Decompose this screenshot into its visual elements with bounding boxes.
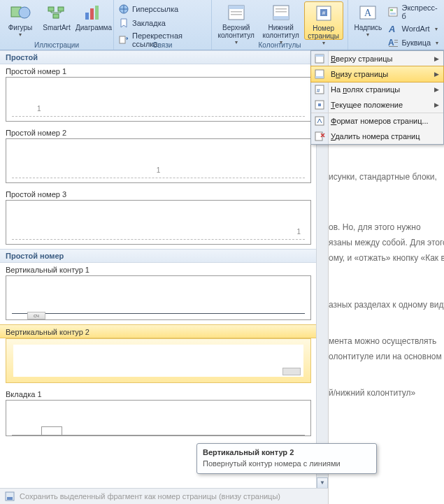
pagenumber-label: Номер страницы (305, 24, 343, 40)
gallery-item[interactable]: Вкладка 1 (0, 387, 317, 436)
svg-text:A: A (388, 24, 395, 34)
svg-rect-11 (229, 6, 244, 9)
doc-line: ому, и «отжать» кнопку «Как в (329, 250, 444, 266)
bookmark-label: Закладка (132, 19, 166, 27)
wordart-icon: A (387, 23, 399, 34)
gallery-item[interactable]: Вертикальный контур 1 сч (0, 263, 317, 320)
dropcap-icon: A (387, 37, 399, 48)
smartart-label: SmartArt (39, 24, 74, 31)
svg-rect-13 (231, 14, 242, 15)
gallery-item-preview: сч (6, 275, 311, 320)
gallery-item-label: Простой номер 1 (0, 64, 317, 77)
svg-rect-5 (85, 13, 89, 20)
menu-page-margins[interactable]: # На полях страницы ▶ (311, 82, 443, 97)
group-illustrations: Фигуры ▾ SmartArt Диаграмма Иллюстрации (0, 0, 114, 50)
menu-format-pagenumbers[interactable]: Формат номеров страниц... (311, 113, 443, 129)
footer-button[interactable]: Нижний колонтитул ▾ (259, 1, 303, 40)
pagenumber-button[interactable]: # Номер страницы ▾ (304, 1, 343, 40)
svg-point-1 (19, 7, 30, 18)
doc-line: й/нижний колонтитул» (329, 385, 444, 401)
pagenumber-menu: Вверху страницы ▶ Внизу страницы ▶ # На … (310, 50, 444, 145)
save-selection-icon (4, 491, 15, 502)
textbox-button[interactable]: A Надпись ▾ (351, 1, 385, 40)
hyperlink-label: Гиперссылка (132, 5, 178, 13)
page-margins-icon: # (314, 84, 325, 95)
gallery-item-selected[interactable]: Вертикальный контур 2 (0, 324, 317, 383)
gallery-item[interactable]: Простой номер 1 1 (0, 64, 317, 122)
hyperlink-icon (118, 3, 129, 15)
scroll-down-button[interactable]: ▼ (317, 477, 328, 489)
menu-top-of-page[interactable]: Вверху страницы ▶ (311, 51, 443, 66)
svg-rect-42 (7, 497, 13, 500)
gallery-footer-label: Сохранить выделенный фрагмент как номер … (20, 492, 280, 501)
gallery-item-label: Вертикальный контур 2 (0, 324, 317, 338)
svg-rect-32 (315, 55, 324, 57)
menu-bottom-label: Внизу страницы (331, 70, 388, 78)
gallery-tooltip: Вертикальный контур 2 Повернутый контур … (196, 443, 377, 474)
menu-remove-pagenumbers[interactable]: Удалить номера страниц (311, 129, 443, 144)
gallery-item-preview (6, 338, 311, 383)
bookmark-button[interactable]: Закладка (117, 17, 208, 29)
gallery-section-simple: Простой (0, 50, 317, 64)
menu-current-label: Текущее положение (331, 101, 403, 109)
menu-bottom-of-page[interactable]: Внизу страницы ▶ (310, 66, 444, 82)
svg-rect-15 (273, 16, 289, 20)
pagenumber-gallery: Простой Простой номер 1 1 Простой номер … (0, 50, 329, 504)
menu-top-label: Вверху страницы (331, 55, 392, 63)
svg-rect-4 (53, 14, 59, 18)
footer-icon (270, 3, 292, 22)
svg-text:A: A (388, 38, 394, 48)
quickparts-button[interactable]: Экспресс-б (386, 3, 441, 21)
gallery-item-preview (6, 400, 311, 436)
group-headerfooter: Верхний колонтитул ▾ Нижний колонтитул ▾… (212, 0, 349, 50)
chart-icon (82, 3, 104, 22)
svg-text:A: A (364, 8, 372, 18)
smartart-icon (45, 3, 68, 22)
gallery-item[interactable]: Простой номер 2 1 (0, 126, 317, 183)
footer-label: Нижний колонтитул (259, 24, 303, 39)
smartart-button[interactable]: SmartArt (39, 1, 74, 40)
tooltip-title: Вертикальный контур 2 (203, 448, 371, 456)
doc-line: язаны между собой. Для этого (329, 235, 444, 250)
svg-rect-3 (58, 7, 64, 11)
svg-rect-12 (231, 11, 242, 13)
doc-line: ов. Но, для этого нужно (329, 219, 444, 235)
svg-rect-39 (315, 117, 324, 125)
quickparts-icon (387, 6, 399, 17)
doc-line: исунки, стандартные блоки, (329, 169, 444, 185)
page-top-icon (314, 53, 325, 64)
gallery-item[interactable]: Простой номер 3 1 (0, 187, 317, 245)
menu-margins-label: На полях страницы (331, 85, 400, 94)
gallery-body: Простой Простой номер 1 1 Простой номер … (0, 50, 317, 489)
menu-current-position[interactable]: Текущее положение ▶ (311, 97, 443, 113)
current-position-icon (314, 99, 325, 110)
gallery-item-preview: 1 (6, 200, 311, 245)
chart-label: Диаграмма (76, 24, 110, 31)
textbox-icon: A (357, 3, 379, 22)
gallery-item-label: Простой номер 3 (0, 187, 317, 200)
svg-rect-25 (390, 13, 396, 15)
gallery-item-preview: 1 (6, 138, 311, 183)
svg-text:#: # (317, 87, 320, 94)
chevron-right-icon: ▶ (434, 71, 439, 78)
shapes-button[interactable]: Фигуры ▾ (3, 1, 38, 40)
wordart-button[interactable]: A WordArt▾ (386, 22, 441, 35)
group-links: Гиперссылка Закладка Перекрестная ссылка… (114, 0, 212, 50)
gallery-section-simple-number: Простой номер (0, 249, 317, 263)
quickparts-label: Экспресс-б (401, 3, 440, 20)
header-icon (225, 3, 248, 22)
chart-button[interactable]: Диаграмма (76, 1, 110, 40)
svg-rect-17 (275, 11, 287, 13)
gallery-footer: Сохранить выделенный фрагмент как номер … (0, 488, 328, 504)
dropcap-label: Буквица (401, 38, 431, 47)
svg-rect-24 (390, 9, 393, 11)
hyperlink-button[interactable]: Гиперссылка (117, 3, 208, 15)
ribbon: Фигуры ▾ SmartArt Диаграмма Иллюстрации (0, 0, 444, 50)
header-button[interactable]: Верхний колонтитул ▾ (215, 1, 258, 40)
doc-line: мента можно осуществлять (329, 333, 444, 349)
tooltip-description: Повернутый контур номера с линиями (203, 459, 371, 468)
shapes-icon (9, 3, 31, 22)
svg-rect-29 (394, 42, 398, 43)
dropcap-button[interactable]: A Буквица▾ (386, 36, 441, 49)
header-label: Верхний колонтитул (215, 24, 258, 39)
